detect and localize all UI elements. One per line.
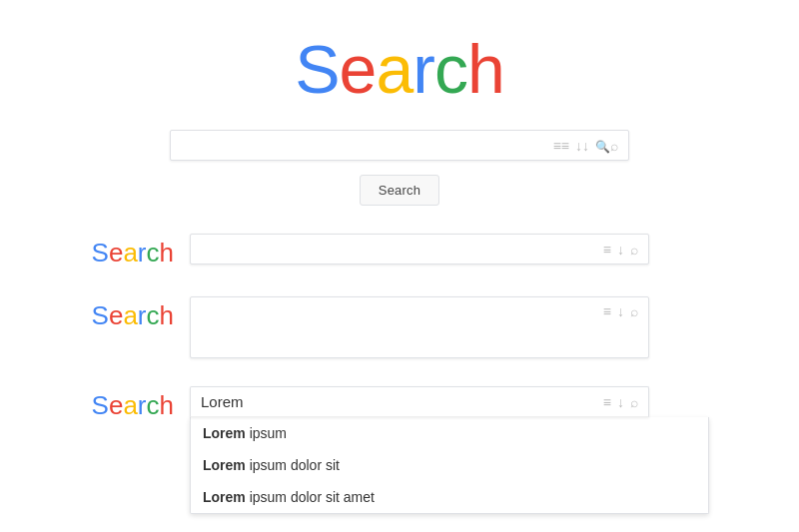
row3-search-input[interactable] xyxy=(201,393,603,410)
row1-label: Search xyxy=(90,234,190,268)
row2-bar-icons: ≡ ↓ ⌕ xyxy=(603,303,638,319)
row2-search-icon[interactable]: ⌕ xyxy=(630,303,638,319)
row3-content: ≡ ↓ ⌕ Lorem ipsum Lorem ipsum dolor sit … xyxy=(190,386,709,514)
row1-down-icon[interactable]: ↓ xyxy=(617,242,624,258)
row1-bar-icons: ≡ ↓ ⌕ xyxy=(603,242,638,258)
row2-menu-icon[interactable]: ≡ xyxy=(603,303,611,319)
row3-search-bar: ≡ ↓ ⌕ xyxy=(190,386,649,417)
row3-dropdown-wrap: ≡ ↓ ⌕ Lorem ipsum Lorem ipsum dolor sit … xyxy=(190,386,709,514)
main-title: Search xyxy=(295,30,504,108)
top-search-bar: ≡ ↓ ⌕ xyxy=(170,130,629,161)
title-e: e xyxy=(340,31,377,107)
row2-label: Search xyxy=(90,296,190,331)
suggestion-item-1[interactable]: Lorem ipsum xyxy=(191,417,708,449)
row3-label: Search xyxy=(90,386,190,421)
labeled-row-2: Search ≡ ↓ ⌕ xyxy=(90,296,709,358)
menu-icon[interactable]: ≡ xyxy=(553,138,569,154)
row3-bar-icons: ≡ ↓ ⌕ xyxy=(603,394,638,410)
search-button[interactable]: Search xyxy=(360,175,439,206)
row2-search-bar: ≡ ↓ ⌕ xyxy=(190,296,649,358)
suggestion-item-3[interactable]: Lorem ipsum dolor sit amet xyxy=(191,481,708,513)
row1-search-bar: ≡ ↓ ⌕ xyxy=(190,234,649,265)
suggestion-item-2[interactable]: Lorem ipsum dolor sit xyxy=(191,449,708,481)
down-icon[interactable]: ↓ xyxy=(575,138,589,154)
row1-menu-icon[interactable]: ≡ xyxy=(603,242,611,258)
row3-search-icon[interactable]: ⌕ xyxy=(630,394,638,410)
row3-menu-icon[interactable]: ≡ xyxy=(603,394,611,410)
suggestion-list: Lorem ipsum Lorem ipsum dolor sit Lorem … xyxy=(190,417,709,514)
row2-search-input[interactable] xyxy=(201,303,603,351)
row1-content: ≡ ↓ ⌕ xyxy=(190,234,709,265)
row3-down-icon[interactable]: ↓ xyxy=(617,394,624,410)
row2-content: ≡ ↓ ⌕ xyxy=(190,296,709,358)
title-h: h xyxy=(467,31,504,107)
row1-search-input[interactable] xyxy=(201,241,603,258)
top-bar-icons: ≡ ↓ ⌕ xyxy=(553,138,618,154)
title-r: r xyxy=(412,31,434,107)
title-c: c xyxy=(434,31,467,107)
row2-down-icon[interactable]: ↓ xyxy=(617,303,624,319)
row1-search-icon[interactable]: ⌕ xyxy=(630,242,638,258)
top-search-input[interactable] xyxy=(181,137,553,154)
title-a: a xyxy=(376,31,412,107)
labeled-row-1: Search ≡ ↓ ⌕ xyxy=(90,234,709,268)
title-S: S xyxy=(295,31,339,107)
labeled-row-3: Search ≡ ↓ ⌕ Lorem ipsum Lorem ipsum dol… xyxy=(90,386,709,514)
search-icon[interactable]: ⌕ xyxy=(595,138,618,154)
